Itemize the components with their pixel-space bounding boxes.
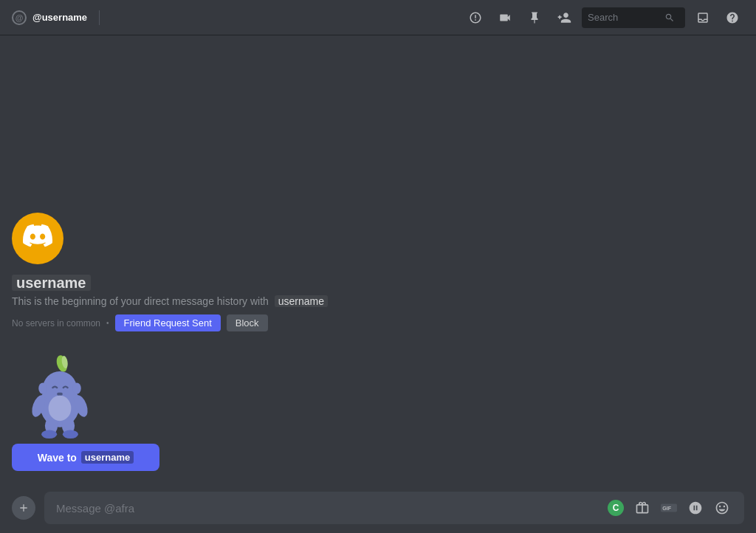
discord-logo-svg — [23, 221, 52, 250]
message-input-wrap: C GIF — [44, 492, 744, 524]
svg-rect-4 — [57, 393, 63, 396]
pin-btn[interactable] — [523, 6, 546, 30]
at-icon: @ — [12, 10, 27, 25]
svg-text:GIF: GIF — [662, 506, 672, 512]
wave-section: Wave to username — [12, 355, 744, 471]
chat-area: username This is the beginning of your d… — [0, 35, 756, 483]
help-icon — [726, 11, 739, 24]
mascot-svg — [12, 355, 108, 440]
inbox-icon — [696, 11, 709, 24]
message-input[interactable] — [56, 502, 605, 515]
video-call-icon — [498, 11, 512, 24]
topbar-right — [464, 6, 744, 30]
username-badge: username — [12, 275, 91, 291]
intro-username: username — [275, 295, 328, 307]
topbar-separator — [99, 10, 100, 25]
svg-point-13 — [49, 396, 72, 422]
add-icon — [18, 502, 30, 514]
dm-meta-row: No servers in common • Friend Request Se… — [12, 314, 268, 331]
user-avatar — [12, 213, 63, 264]
svg-point-6 — [72, 382, 81, 393]
add-friend-icon — [557, 10, 571, 25]
input-icons: C GIF — [605, 498, 732, 518]
emoji-icon — [715, 501, 729, 515]
gif-icon: GIF — [661, 502, 677, 514]
gif-button[interactable]: GIF — [659, 498, 679, 518]
gift-button[interactable] — [632, 498, 653, 518]
add-button[interactable] — [12, 496, 35, 520]
discord-avatar-icon — [23, 221, 52, 256]
wave-button[interactable]: Wave to username — [12, 444, 159, 471]
nitro-icon-btn[interactable] — [464, 6, 487, 30]
dm-intro: username This is the beginning of your d… — [12, 213, 744, 343]
gift-icon — [635, 501, 650, 515]
no-servers-label: No servers in common — [12, 318, 100, 329]
inbox-btn[interactable] — [691, 6, 715, 30]
message-bar: C GIF — [0, 483, 756, 533]
svg-point-12 — [63, 430, 78, 439]
dm-username: username — [12, 273, 91, 292]
nitro-icon: C — [608, 500, 624, 516]
wave-username-badge: username — [81, 451, 134, 464]
dot-separator: • — [106, 319, 109, 327]
search-icon — [664, 13, 675, 23]
search-bar[interactable] — [582, 7, 685, 28]
main-content: username This is the beginning of your d… — [0, 35, 756, 533]
block-button[interactable]: Block — [227, 314, 268, 331]
nitro-svg-icon — [469, 11, 482, 24]
dm-intro-text: This is the beginning of your direct mes… — [12, 295, 328, 307]
friend-request-button[interactable]: Friend Request Sent — [115, 314, 221, 331]
wave-label: Wave to — [38, 452, 77, 464]
topbar-username: @username — [32, 12, 87, 23]
emoji-button[interactable] — [712, 498, 732, 518]
add-friend-btn[interactable] — [552, 6, 576, 30]
video-call-btn[interactable] — [493, 6, 517, 30]
pin-icon — [528, 11, 541, 24]
wave-mascot — [12, 355, 115, 444]
topbar-left: @ @username — [12, 10, 464, 25]
sticker-button[interactable] — [685, 498, 706, 518]
svg-point-11 — [41, 430, 57, 439]
search-input[interactable] — [588, 12, 662, 23]
svg-point-5 — [38, 382, 47, 393]
topbar: @ @username — [0, 0, 756, 35]
help-btn[interactable] — [721, 6, 744, 30]
nitro-button[interactable]: C — [605, 498, 626, 518]
sticker-icon — [688, 501, 703, 515]
